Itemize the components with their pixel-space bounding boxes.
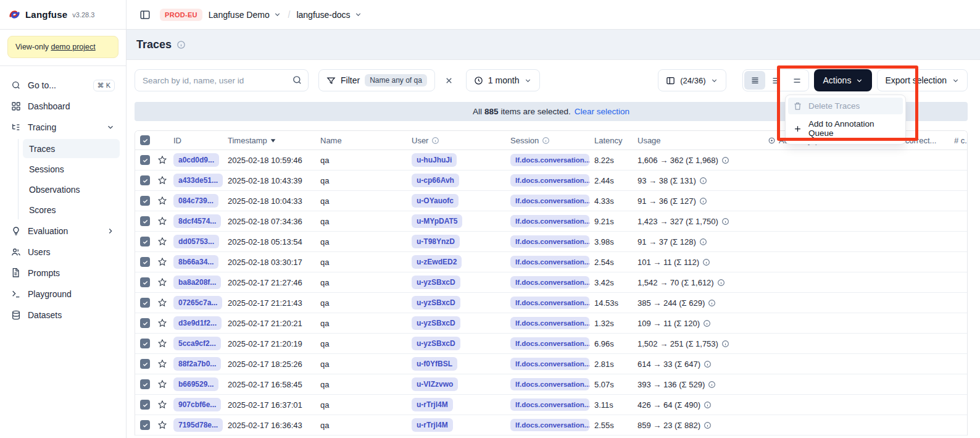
session-badge[interactable]: lf.docs.conversation... [510,297,589,309]
row-checkbox[interactable] [140,155,150,165]
trace-row[interactable]: 5cca9cf2...2025-02-17 21:20:19qau-yzSBxc… [135,334,967,354]
trace-id-badge[interactable]: 084c739... [173,194,218,208]
info-icon[interactable] [721,340,729,348]
trace-id-badge[interactable]: a433de51... [173,174,223,187]
trace-row[interactable]: 88f2a7b0...2025-02-17 18:25:26qau-f0YfBS… [135,354,967,374]
user-badge[interactable]: u-MYpDAT5 [412,214,462,228]
actions-button[interactable]: Actions [814,69,872,91]
session-badge[interactable]: lf.docs.conversation... [510,195,589,207]
star-icon[interactable] [157,400,167,410]
project-selector[interactable]: langfuse-docs [296,10,362,20]
select-all-checkbox[interactable] [140,135,150,145]
header-name[interactable]: Name [320,136,412,145]
session-badge[interactable]: lf.docs.conversation... [510,174,589,187]
row-checkbox[interactable] [140,175,150,185]
trace-row[interactable]: a433de51...2025-02-18 10:43:39qau-cp66Av… [135,171,967,191]
star-icon[interactable] [157,196,167,206]
sidebar-item-tracing[interactable]: Tracing [6,117,120,138]
sidebar-item-goto[interactable]: Go to... ⌘ K [6,75,120,96]
row-checkbox[interactable] [140,359,150,369]
export-selection-button[interactable]: Export selection [877,69,968,91]
columns-button[interactable]: (24/36) [658,69,726,91]
trace-id-badge[interactable]: 5cca9cf2... [173,337,221,350]
trace-id-badge[interactable]: 88f2a7b0... [173,357,221,371]
trace-id-badge[interactable]: dd05753... [173,235,219,248]
header-last-clipped[interactable]: # c... [954,136,967,145]
user-badge[interactable]: u-yzSBxcD [412,296,460,310]
trace-row[interactable]: b669529...2025-02-17 16:58:45qau-VIZzvwo… [135,374,967,395]
star-icon[interactable] [157,277,167,287]
trace-row[interactable]: 07265c7a...2025-02-17 21:21:43qau-yzSBxc… [135,293,967,313]
trace-id-badge[interactable]: 07265c7a... [173,296,222,310]
trace-id-badge[interactable]: 7195d78e... [173,418,223,432]
info-icon[interactable] [708,299,716,307]
menu-item-delete-traces[interactable]: Delete Traces [788,98,903,114]
info-icon[interactable] [699,177,707,185]
info-icon[interactable] [721,156,729,164]
user-badge[interactable]: u-rTrjl4M [412,398,453,411]
row-checkbox[interactable] [140,318,150,328]
session-badge[interactable]: lf.docs.conversation... [510,419,589,431]
info-icon[interactable] [699,238,707,246]
user-badge[interactable]: u-f0YfBSL [412,357,457,371]
user-badge[interactable]: u-yzSBxcD [412,316,460,330]
session-badge[interactable]: lf.docs.conversation... [510,235,589,248]
trace-row[interactable]: 084c739...2025-02-18 10:04:33qau-OYauofc… [135,191,967,211]
row-height-medium-icon[interactable] [765,71,786,90]
search-icon[interactable] [292,75,302,88]
session-badge[interactable]: lf.docs.conversation... [510,215,589,227]
trace-row[interactable]: d3e9d1f2...2025-02-17 21:20:21qau-yzSBxc… [135,313,967,334]
user-badge[interactable]: u-VIZzvwo [412,377,458,391]
row-height-large-icon[interactable] [786,71,807,90]
trace-row[interactable]: a0cd0d9...2025-02-18 10:59:46qau-huJhuJi… [135,150,967,171]
session-badge[interactable]: lf.docs.conversation... [510,276,589,288]
trace-row[interactable]: 8b66a34...2025-02-18 03:30:17qau-zEwdED2… [135,252,967,272]
clear-filter-icon[interactable] [440,71,459,90]
user-badge[interactable]: u-yzSBxcD [412,337,460,350]
menu-item-add-to-annotation-queue[interactable]: Add to Annotation Queue [788,116,903,141]
row-checkbox[interactable] [140,237,150,246]
row-checkbox[interactable] [140,216,150,226]
user-badge[interactable]: u-zEwdED2 [412,255,462,269]
row-checkbox[interactable] [140,196,150,206]
row-checkbox[interactable] [140,257,150,267]
sidebar-item-users[interactable]: Users [6,242,120,263]
star-icon[interactable] [157,175,167,185]
trace-row[interactable]: dd05753...2025-02-18 05:13:54qau-T98YnzD… [135,232,967,252]
sidebar-item-dashboard[interactable]: Dashboard [6,96,120,117]
star-icon[interactable] [157,216,167,226]
trace-row[interactable]: ba8a208f...2025-02-17 21:27:46qau-yzSBxc… [135,272,967,293]
sidebar-item-observations[interactable]: Observations [23,180,120,199]
sidebar-item-evaluation[interactable]: Evaluation [6,221,120,242]
info-icon[interactable] [704,421,712,429]
star-icon[interactable] [157,237,167,246]
header-timestamp[interactable]: Timestamp [228,136,320,145]
info-icon[interactable] [704,360,712,368]
header-usage[interactable]: Usage [637,136,768,145]
org-selector[interactable]: Langfuse Demo [209,10,281,20]
session-badge[interactable]: lf.docs.conversation... [510,337,589,350]
star-icon[interactable] [157,155,167,165]
user-badge[interactable]: u-cp66Avh [412,174,459,187]
time-range-button[interactable]: 1 month [466,69,541,91]
star-icon[interactable] [157,359,167,369]
trace-row[interactable]: 907cbf6e...2025-02-17 16:37:01qau-rTrjl4… [135,395,967,415]
trace-id-badge[interactable]: a0cd0d9... [173,153,219,167]
trace-id-badge[interactable]: 8b66a34... [173,255,218,269]
row-height-small-icon[interactable] [744,71,765,90]
row-checkbox[interactable] [140,298,150,308]
info-icon[interactable] [702,258,710,266]
session-badge[interactable]: lf.docs.conversation... [510,398,589,411]
sidebar-item-sessions[interactable]: Sessions [23,159,120,179]
star-icon[interactable] [157,339,167,348]
info-icon[interactable] [704,401,712,409]
sidebar-item-traces[interactable]: Traces [23,139,120,158]
star-icon[interactable] [157,379,167,389]
session-badge[interactable]: lf.docs.conversation... [510,317,589,329]
sidebar-item-scores[interactable]: Scores [23,200,120,219]
row-checkbox[interactable] [140,400,150,410]
info-icon[interactable] [708,381,716,389]
star-icon[interactable] [157,420,167,430]
sidebar-item-prompts[interactable]: Prompts [6,263,120,284]
trace-id-badge[interactable]: b669529... [173,377,218,391]
